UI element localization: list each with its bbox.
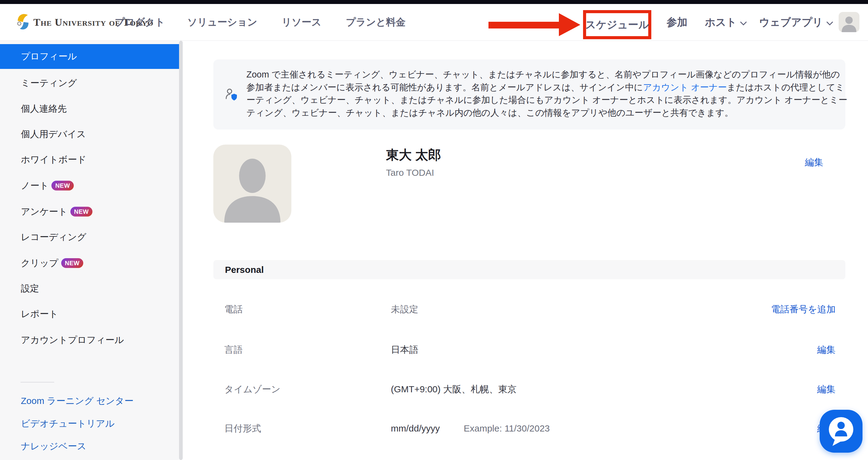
nav-host[interactable]: ホスト bbox=[705, 4, 747, 41]
timezone-edit-link[interactable]: 編集 bbox=[817, 380, 836, 398]
utokyo-ginkgo-icon bbox=[17, 13, 29, 32]
sidebar-item-label: ノート bbox=[21, 179, 49, 192]
date-format-value: mm/dd/yyyy bbox=[391, 419, 440, 438]
new-badge: NEW bbox=[52, 181, 73, 191]
info-line-2-text-after: またはホストの代理としてミ bbox=[727, 82, 844, 92]
nav-plans-pricing[interactable]: プランと料金 bbox=[346, 4, 406, 41]
sidebar-item-whiteboard[interactable]: ホワイトボード bbox=[0, 147, 179, 172]
nav-solutions[interactable]: ソリューション bbox=[187, 4, 257, 41]
sidebar-item-account-profile[interactable]: アカウントプロフィール bbox=[0, 327, 179, 353]
sidebar-item-personal-contacts[interactable]: 個人連絡先 bbox=[0, 96, 179, 122]
sidebar-item-notes[interactable]: ノート NEW bbox=[0, 173, 179, 198]
phone-label: 電話 bbox=[224, 300, 243, 318]
timezone-label: タイムゾーン bbox=[224, 380, 281, 398]
profile-display-name: 東大 太郎 bbox=[386, 146, 441, 164]
zoom-profile-page: The University of Tokyo プロダクト ソリューション リソ… bbox=[0, 0, 868, 460]
account-owner-link[interactable]: アカウント オーナー bbox=[643, 82, 727, 92]
sidebar: プロフィール ミーティング 個人連絡先 個人用デバイス ホワイトボード ノート … bbox=[0, 41, 179, 460]
nav-webapp[interactable]: ウェブアプリ bbox=[759, 4, 833, 41]
personal-section-title: Personal bbox=[225, 265, 264, 275]
sidebar-item-label: アカウントプロフィール bbox=[21, 334, 124, 346]
chevron-down-icon bbox=[826, 17, 833, 28]
red-annotation-arrow bbox=[489, 12, 581, 38]
privacy-info-box: Zoom で主催されるミーティング、ウェビナー、チャット、またはチャネルに参加す… bbox=[213, 59, 845, 130]
chat-person-icon bbox=[819, 410, 863, 453]
sidebar-item-label: 個人用デバイス bbox=[21, 128, 86, 141]
profile-avatar[interactable] bbox=[213, 145, 291, 223]
sidebar-item-label: 設定 bbox=[21, 282, 39, 295]
chevron-down-icon bbox=[740, 17, 747, 28]
nav-schedule-label: スケジュール bbox=[586, 18, 649, 32]
add-phone-link[interactable]: 電話番号を追加 bbox=[771, 300, 836, 318]
info-line-2-text: 参加者またはメンバーに表示される可能性があります。名前とメールアドレスは、サイン… bbox=[246, 82, 643, 92]
sidebar-item-label: アンケート bbox=[21, 205, 68, 218]
personal-section-header: Personal bbox=[213, 260, 845, 279]
sidebar-divider bbox=[21, 382, 54, 382]
sidebar-item-meetings[interactable]: ミーティング bbox=[0, 70, 179, 96]
sidebar-item-label: 個人連絡先 bbox=[21, 103, 67, 115]
nav-schedule-highlighted[interactable]: スケジュール bbox=[583, 10, 651, 39]
sidebar-item-surveys[interactable]: アンケート NEW bbox=[0, 199, 179, 225]
nav-join[interactable]: 参加 bbox=[666, 4, 687, 41]
profile-edit-link[interactable]: 編集 bbox=[805, 156, 823, 169]
sidebar-item-reports[interactable]: レポート bbox=[0, 301, 179, 327]
timezone-row: タイムゾーン (GMT+9:00) 大阪、札幌、東京 編集 bbox=[213, 380, 845, 398]
new-badge: NEW bbox=[61, 258, 83, 268]
sidebar-link-video-tutorials[interactable]: ビデオチュートリアル bbox=[0, 417, 179, 430]
browser-top-strip bbox=[0, 0, 868, 4]
sidebar-link-knowledge-base[interactable]: ナレッジベース bbox=[0, 440, 179, 453]
top-navbar: The University of Tokyo プロダクト ソリューション リソ… bbox=[0, 4, 868, 41]
sidebar-item-label: レコーディング bbox=[21, 231, 86, 243]
user-avatar[interactable] bbox=[839, 12, 860, 32]
language-edit-link[interactable]: 編集 bbox=[817, 341, 836, 359]
sidebar-item-profile[interactable]: プロフィール bbox=[0, 44, 179, 69]
sidebar-item-clips[interactable]: クリップ NEW bbox=[0, 250, 179, 276]
timezone-value: (GMT+9:00) 大阪、札幌、東京 bbox=[391, 380, 517, 398]
date-format-example: Example: 11/30/2023 bbox=[464, 419, 550, 438]
date-format-label: 日付形式 bbox=[224, 419, 261, 438]
sidebar-scrollbar[interactable] bbox=[179, 41, 183, 460]
phone-row: 電話 未設定 電話番号を追加 bbox=[213, 300, 845, 318]
sidebar-item-label: ホワイトボード bbox=[21, 153, 86, 166]
sidebar-link-learning-center[interactable]: Zoom ラーニング センター bbox=[0, 395, 179, 407]
nav-resources[interactable]: リソース bbox=[282, 4, 321, 41]
sidebar-item-label: プロフィール bbox=[21, 50, 77, 63]
language-value: 日本語 bbox=[391, 341, 418, 359]
sidebar-item-personal-devices[interactable]: 個人用デバイス bbox=[0, 121, 179, 147]
sidebar-item-recordings[interactable]: レコーディング bbox=[0, 224, 179, 250]
sidebar-item-label: ミーティング bbox=[21, 77, 77, 89]
info-line-1: Zoom で主催されるミーティング、ウェビナー、チャット、またはチャネルに参加す… bbox=[246, 68, 847, 81]
profile-romanized-name: Taro TODAI bbox=[386, 168, 434, 178]
sidebar-item-label: クリップ bbox=[21, 257, 58, 269]
privacy-info-text: Zoom で主催されるミーティング、ウェビナー、チャット、またはチャネルに参加す… bbox=[246, 68, 847, 119]
nav-host-label: ホスト bbox=[705, 15, 737, 29]
help-chat-button[interactable] bbox=[819, 410, 863, 453]
info-line-4: ティング、ウェビナー、チャット、またはチャネル内の他の人々は、この情報をアプリや… bbox=[246, 107, 847, 119]
person-shield-icon bbox=[225, 88, 239, 103]
phone-value: 未設定 bbox=[391, 300, 418, 318]
sidebar-item-settings[interactable]: 設定 bbox=[0, 276, 179, 301]
new-badge: NEW bbox=[70, 207, 92, 217]
date-format-row: 日付形式 mm/dd/yyyy Example: 11/30/2023 編集 bbox=[213, 419, 845, 438]
nav-webapp-label: ウェブアプリ bbox=[759, 15, 823, 29]
info-line-2: 参加者またはメンバーに表示される可能性があります。名前とメールアドレスは、サイン… bbox=[246, 81, 847, 94]
language-label: 言語 bbox=[224, 341, 243, 359]
language-row: 言語 日本語 編集 bbox=[213, 341, 845, 359]
sidebar-item-label: レポート bbox=[21, 308, 58, 320]
nav-products[interactable]: プロダクト bbox=[115, 4, 165, 41]
info-line-3: ーティング、ウェビナー、チャット、またはチャネルに参加した場合にもアカウント オ… bbox=[246, 94, 847, 107]
